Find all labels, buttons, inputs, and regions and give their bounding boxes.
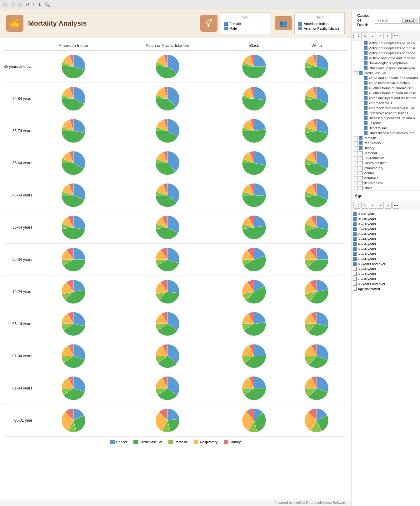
expand-icon[interactable]: + [354, 181, 358, 185]
age-list-item[interactable]: 15-24 years [352, 226, 420, 231]
age-list-item[interactable]: Age not stated [352, 286, 420, 291]
cause-checkbox[interactable] [359, 166, 362, 170]
search-input[interactable] [377, 18, 402, 22]
cause-tree-item[interactable]: Other diseases of arteries, arterioles a… [352, 131, 420, 136]
collapse-icon[interactable]: - [354, 71, 358, 75]
age-expand-btn[interactable]: ⤢ [377, 202, 384, 209]
cause-checkbox[interactable] [364, 46, 368, 50]
cause-tree-item[interactable]: +Inflammatory [352, 166, 420, 171]
cause-checkbox[interactable] [364, 51, 368, 55]
cause-tree-item[interactable]: All other forms of chronic ischemic hear… [352, 86, 420, 91]
cause-tree-item[interactable]: Malignant neoplasms of trachea, bronchus… [352, 51, 420, 56]
cause-checkbox[interactable] [364, 106, 368, 110]
cause-checkbox[interactable] [364, 96, 368, 100]
cause-tree-item[interactable]: Non-Hodgkin's lymphoma [352, 61, 420, 66]
age-checkbox[interactable] [353, 242, 357, 246]
expand-icon[interactable]: + [354, 146, 358, 150]
age-search-btn[interactable]: 🔍 [361, 202, 368, 209]
download-icon[interactable]: ⬇ [38, 2, 42, 7]
age-list-item[interactable]: 55-64 years [352, 266, 420, 271]
age-checkbox[interactable] [353, 282, 357, 286]
age-checkbox[interactable] [353, 267, 357, 271]
cause-tree-item[interactable]: +Gastrointestinal [352, 161, 420, 166]
expand-icon[interactable]: + [354, 136, 358, 140]
age-list-item[interactable]: 75-84 years [352, 256, 420, 261]
age-checkbox[interactable] [353, 247, 357, 251]
cause-tree-item[interactable]: Malignant neoplasms of meninges, brain a… [352, 46, 420, 51]
expand-btn[interactable]: ⤢ [377, 32, 384, 39]
race-asian-pacific-item[interactable]: Asian or Pacific Islander [298, 27, 341, 30]
cause-tree-item[interactable]: Essential [352, 121, 420, 126]
cause-tree-item[interactable]: Atherosclerotic cardiovascular disease, … [352, 106, 420, 111]
share-icon[interactable]: ⤴ [32, 2, 35, 7]
cause-checkbox[interactable] [359, 151, 362, 155]
age-list-item[interactable]: 35-44 years [352, 236, 420, 241]
cause-checkbox[interactable] [359, 71, 362, 75]
cause-tree-item[interactable]: Diseases of pericardium and acute myocar… [352, 116, 420, 121]
refresh-icon[interactable]: ↺ [26, 2, 29, 7]
cause-tree-item[interactable]: Heart failure [352, 126, 420, 131]
cause-checkbox[interactable] [364, 121, 368, 125]
age-checkbox[interactable] [353, 227, 357, 231]
cause-checkbox[interactable] [359, 136, 362, 140]
cause-checkbox[interactable] [364, 116, 368, 120]
cause-tree-item[interactable]: +Respiratory [352, 141, 420, 146]
cause-tree-item[interactable]: +Bacterial [352, 151, 420, 156]
cause-tree-item[interactable]: Atherosclerosis [352, 101, 420, 106]
cause-tree-item[interactable]: Acute myocardial infarction [352, 81, 420, 86]
age-checkbox[interactable] [353, 257, 357, 261]
search-box[interactable]: Search [375, 17, 420, 24]
sex-female-check[interactable] [224, 22, 228, 26]
cause-tree-item[interactable]: Aortic aneurysm and dissection [352, 96, 420, 101]
cause-checkbox[interactable] [359, 141, 362, 145]
cause-checkbox[interactable] [364, 126, 368, 130]
age-list-item[interactable]: 00-01 year [352, 211, 420, 216]
age-checkbox[interactable] [353, 272, 357, 276]
cause-checkbox[interactable] [364, 56, 368, 60]
age-list-item[interactable]: 55-64 years [352, 246, 420, 251]
sex-female-item[interactable]: Female [224, 22, 266, 26]
age-checkbox[interactable] [353, 217, 357, 221]
age-checkbox[interactable] [353, 287, 357, 291]
age-collapse-btn[interactable]: ⛶ [353, 202, 360, 209]
age-sort-btn[interactable]: ≡ [369, 202, 376, 209]
cause-checkbox[interactable] [364, 101, 368, 105]
cause-checkbox[interactable] [364, 76, 368, 80]
race-american-indian-item[interactable]: American Indian [298, 22, 341, 26]
cause-tree-item[interactable]: Acute and subacute endocarditis [352, 76, 420, 81]
title-bar-btn-2[interactable] [11, 2, 15, 7]
cause-checkbox[interactable] [359, 171, 362, 175]
expand-icon[interactable]: + [354, 161, 358, 165]
age-checkbox[interactable] [353, 237, 357, 241]
cause-tree-item[interactable]: All other forms of heart disease [352, 91, 420, 96]
age-list-item[interactable]: 01-04 years [352, 216, 420, 221]
age-checkbox[interactable] [353, 252, 357, 256]
expand-icon[interactable]: + [354, 186, 358, 190]
cause-tree-item[interactable]: Malignant neoplasms of liver and intrahe… [352, 41, 420, 46]
cause-checkbox[interactable] [364, 41, 368, 45]
cause-checkbox[interactable] [364, 86, 368, 90]
cause-tree-item[interactable]: +Metabolic [352, 176, 420, 181]
more-btn[interactable]: ••• [392, 32, 399, 39]
cause-tree-item[interactable]: +Mental [352, 171, 420, 176]
cause-checkbox[interactable] [364, 131, 368, 135]
cause-checkbox[interactable] [359, 186, 362, 190]
collapse-all-btn[interactable]: ⛶ [353, 32, 360, 39]
cause-checkbox[interactable] [359, 181, 362, 185]
age-checkbox[interactable] [353, 222, 357, 226]
age-checkbox[interactable] [353, 232, 357, 236]
search-button[interactable]: Search [402, 18, 418, 23]
cause-checkbox[interactable] [359, 176, 362, 180]
cause-tree-item[interactable]: +Urinary [352, 146, 420, 151]
title-bar-btn-1[interactable] [3, 2, 8, 7]
age-list-item[interactable]: 85 years and over [352, 281, 420, 286]
cause-tree-item[interactable]: Cerebrovascular diseases [352, 111, 420, 116]
sex-male-check[interactable] [224, 27, 228, 30]
sort-btn[interactable]: ≡ [369, 32, 376, 39]
age-checkbox[interactable] [353, 262, 357, 266]
age-pin-btn[interactable]: ◇ [385, 202, 392, 209]
age-list-item[interactable]: 65-74 years [352, 251, 420, 256]
cause-checkbox[interactable] [359, 161, 362, 165]
expand-icon[interactable]: + [354, 176, 358, 180]
title-bar-btn-3[interactable] [18, 2, 22, 7]
